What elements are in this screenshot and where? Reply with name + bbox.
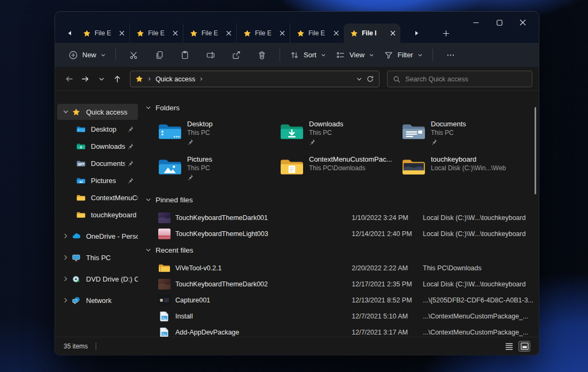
view-button[interactable]: View	[331, 47, 379, 64]
sidebar-item-label: OneDrive - Personal	[86, 232, 138, 240]
breadcrumb-quick-access[interactable]: Quick access	[156, 75, 195, 83]
chevron-down-icon	[145, 197, 151, 203]
filter-button-label: Filter	[398, 51, 413, 59]
recent-locations-button[interactable]	[94, 71, 110, 87]
folder-tile-downloads[interactable]: Downloads This PC	[280, 120, 401, 153]
downloads-folder-icon	[76, 142, 86, 150]
tab-close-button[interactable]	[388, 29, 397, 38]
file-row-install[interactable]: Install 12/7/2021 5:10 AM ...\ContextMen…	[145, 308, 539, 324]
folder-tile-desktop[interactable]: Desktop This PC	[158, 120, 280, 153]
sidebar-item-network[interactable]: Network	[57, 292, 138, 308]
sidebar-item-documents[interactable]: Documents	[57, 155, 138, 171]
tile-text: touchkeyboard Local Disk (C:)\Win...\Web	[431, 155, 506, 188]
tab-scroll-left-button[interactable]	[63, 24, 76, 43]
tab-close-button[interactable]	[117, 29, 126, 38]
file-row-add-appdevpackage[interactable]: Add-AppDevPackage 12/7/2021 3:17 AM ...\…	[145, 324, 539, 337]
sidebar-item-label: touchkeyboard	[91, 211, 138, 219]
address-dropdown-icon[interactable]	[356, 76, 362, 82]
maximize-button[interactable]	[488, 14, 511, 31]
powershell-script-icon	[158, 311, 171, 322]
refresh-icon[interactable]	[366, 75, 374, 83]
command-toolbar: New Sort View	[55, 43, 539, 67]
paste-button[interactable]	[172, 47, 198, 64]
tab-close-button[interactable]	[331, 29, 341, 38]
address-bar[interactable]: Quick access	[130, 71, 380, 87]
search-box[interactable]	[387, 71, 532, 87]
tab-close-button[interactable]	[277, 29, 287, 38]
new-tab-button[interactable]	[437, 24, 455, 43]
close-window-button[interactable]	[511, 14, 535, 31]
sidebar-item-this-pc[interactable]: This PC	[57, 249, 138, 265]
new-button[interactable]: New	[64, 47, 111, 64]
tile-location: Local Disk (C:)\Win...\Web	[431, 164, 506, 172]
tab-close-button[interactable]	[224, 29, 233, 38]
star-icon	[243, 29, 251, 37]
tab-strip: File E File E File E File E File E	[63, 24, 455, 43]
filter-button[interactable]: Filter	[379, 47, 428, 64]
plus-circle-icon	[68, 50, 78, 60]
large-icons-view-button[interactable]	[519, 341, 530, 352]
file-row-capture001[interactable]: Capture001 12/13/2021 8:52 PM ...\{5205D…	[145, 292, 539, 308]
tab-close-button[interactable]	[171, 29, 180, 38]
tab-file-explorer-2[interactable]: File E	[130, 24, 183, 43]
share-button[interactable]	[223, 47, 249, 64]
sidebar-item-onedrive[interactable]: OneDrive - Personal	[57, 228, 138, 244]
search-input[interactable]	[405, 75, 527, 83]
file-location: This PC\Downloads	[423, 264, 539, 272]
section-header-recent-files[interactable]: Recent files	[145, 244, 539, 256]
sidebar-item-label: DVD Drive (D:) CCCO	[86, 275, 138, 283]
details-view-button[interactable]	[503, 341, 515, 352]
sidebar-item-pictures[interactable]: Pictures	[57, 172, 138, 188]
copy-button[interactable]	[146, 47, 172, 64]
sidebar-item-touchkeyboard[interactable]: touchkeyboard	[57, 207, 138, 223]
folder-tile-documents[interactable]: Documents This PC	[401, 120, 523, 153]
minimize-button[interactable]	[464, 14, 488, 31]
folder-tile-contextmenucustompackage[interactable]: ContextMenuCustomPac... This PC\Download…	[280, 155, 401, 188]
vertical-scrollbar[interactable]	[535, 107, 536, 194]
toolbar-divider	[115, 49, 116, 61]
section-title: Pinned files	[156, 196, 193, 204]
file-row-touchkeyboardthemedark001[interactable]: TouchKeyboardThemeDark001 1/10/2022 3:24…	[145, 210, 539, 226]
sort-button[interactable]: Sort	[285, 47, 331, 64]
arrow-right-icon	[81, 74, 90, 83]
status-bar: 35 items	[55, 337, 539, 355]
file-row-touchkeyboardthemedark002[interactable]: TouchKeyboardThemeDark002 12/17/2021 2:3…	[145, 276, 539, 292]
sidebar-item-contextmenucust[interactable]: ContextMenuCust	[57, 189, 138, 206]
back-button[interactable]	[61, 71, 78, 87]
file-row-touchkeyboardthemelight003[interactable]: TouchKeyboardThemeLight003 12/14/2021 2:…	[145, 226, 539, 242]
section-header-folders[interactable]: Folders	[145, 102, 539, 113]
up-button[interactable]	[110, 71, 126, 87]
tab-scroll-right-button[interactable]	[410, 24, 424, 43]
folder-with-photo-icon	[401, 157, 426, 177]
tab-file-explorer-1[interactable]: File E	[76, 24, 130, 43]
onedrive-cloud-icon	[72, 232, 81, 240]
delete-button[interactable]	[249, 47, 275, 64]
file-row-vivetool[interactable]: ViVeTool-v0.2.1 2/20/2022 2:22 AM This P…	[145, 260, 539, 276]
recent-files-list: ViVeTool-v0.2.1 2/20/2022 2:22 AM This P…	[145, 260, 539, 337]
tab-file-explorer-5[interactable]: File E	[290, 24, 344, 43]
rename-button[interactable]	[198, 47, 223, 64]
tile-location: This PC	[431, 129, 466, 136]
file-date: 12/17/2021 2:35 PM	[352, 280, 423, 288]
large-icons-view-icon	[521, 343, 529, 350]
sidebar-item-downloads[interactable]: Downloads	[57, 138, 138, 154]
forward-button[interactable]	[78, 71, 94, 87]
downloads-folder-icon	[280, 122, 304, 142]
sidebar-item-quick-access[interactable]: Quick access	[57, 104, 138, 120]
section-header-pinned-files[interactable]: Pinned files	[145, 194, 539, 206]
magnifier-icon	[393, 75, 400, 83]
folders-grid: Desktop This PC Downloads This PC	[158, 120, 539, 188]
tab-label: File I	[362, 29, 384, 37]
folder-tile-touchkeyboard[interactable]: touchkeyboard Local Disk (C:)\Win...\Web	[401, 155, 523, 188]
tab-file-explorer-4[interactable]: File E	[237, 24, 290, 43]
sidebar-item-desktop[interactable]: Desktop	[57, 121, 138, 137]
tab-file-explorer-active[interactable]: File I	[344, 24, 400, 43]
tab-file-explorer-3[interactable]: File E	[183, 24, 237, 43]
folder-tile-pictures[interactable]: Pictures This PC	[158, 155, 280, 188]
see-more-button[interactable]	[438, 47, 463, 64]
sidebar-item-dvd-drive[interactable]: DVD Drive (D:) CCCO	[57, 271, 138, 287]
file-name: TouchKeyboardThemeDark001	[175, 214, 352, 222]
pin-icon	[127, 160, 134, 166]
desktop-folder-icon	[76, 125, 86, 133]
cut-button[interactable]	[121, 47, 146, 64]
